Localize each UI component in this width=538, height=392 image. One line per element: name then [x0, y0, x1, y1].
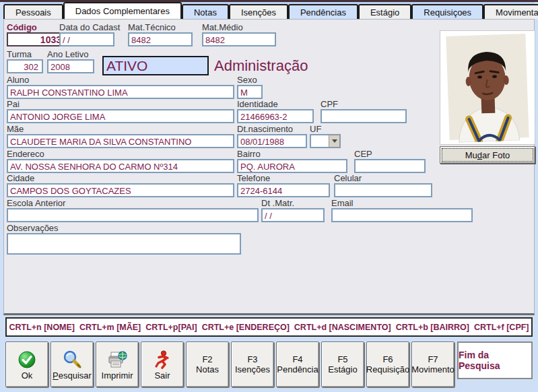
sexo-input[interactable]: M	[237, 85, 263, 99]
mat-medio-field: Mat.Médio 8482	[202, 24, 276, 46]
observacoes-input[interactable]	[7, 233, 241, 255]
pai-field: Pai ANTONIO JORGE LIMA	[7, 100, 234, 123]
turma-input[interactable]: 302	[7, 59, 43, 73]
dt-nascimento-field: Dt.nascimento 08/01/1988	[237, 125, 307, 148]
f7-movimento-button[interactable]: F7 Movimento	[411, 341, 455, 387]
uf-dropdown-button[interactable]	[329, 135, 340, 148]
f6-requisicao-button[interactable]: F6 Requisição	[366, 341, 409, 387]
tab-pessoais[interactable]: Pessoais	[3, 4, 63, 19]
endereco-input[interactable]: AV. NOSSA SENHORA DO CARMO Nº314	[7, 159, 234, 173]
dt-matr-input[interactable]: / /	[261, 208, 325, 222]
endereco-field: Endereco AV. NOSSA SENHORA DO CARMO Nº31…	[7, 150, 234, 173]
tab-estagio[interactable]: Estágio	[358, 4, 411, 19]
bairro-field: Bairro PQ. AURORA	[237, 150, 347, 173]
shortcut-legend: CRTL+n [NOME] CRTL+m [MÃE] CRTL+p[PAI] C…	[5, 317, 533, 337]
pai-input[interactable]: ANTONIO JORGE LIMA	[7, 109, 234, 123]
student-record-window: Pessoais Dados Complementares Notas Isen…	[0, 0, 538, 392]
f5-estagio-button[interactable]: F5 Estágio	[321, 341, 364, 387]
mae-field: Mãe CLAUDETE MARIA DA SILVA CONSTANTINO	[7, 125, 234, 148]
escola-anterior-field: Escola Anterior	[7, 199, 259, 222]
curso-label: Administração	[214, 57, 308, 75]
sair-button[interactable]: Sair	[141, 341, 184, 387]
form-panel: Código 1033 Data do Cadast / / Mat.Técni…	[3, 19, 535, 315]
student-photo	[440, 30, 535, 145]
identidade-input[interactable]: 21466963-2	[237, 109, 314, 123]
search-icon	[63, 349, 81, 370]
ano-letivo-field: Ano Letivo 2008	[47, 51, 94, 73]
student-photo-image	[443, 31, 532, 143]
observacoes-field: Observações	[7, 224, 241, 255]
tab-bar: Pessoais Dados Complementares Notas Isen…	[3, 2, 535, 19]
status-badge: ATIVO	[102, 56, 209, 75]
cidade-input[interactable]: CAMPOS DOS GOYTACAZES	[7, 183, 234, 197]
exit-runner-icon	[154, 349, 171, 370]
codigo-input[interactable]: 1033	[7, 32, 66, 46]
chevron-down-icon	[332, 139, 337, 143]
email-field: Email	[331, 199, 473, 222]
cpf-input[interactable]	[321, 109, 407, 123]
mat-tecnico-field: Mat.Técnico 8482	[128, 24, 193, 46]
tab-requisicoes[interactable]: Requisiçoes	[411, 4, 483, 19]
sexo-field: Sexo M	[237, 76, 263, 99]
tab-dados-complementares[interactable]: Dados Complementares	[63, 2, 182, 19]
bairro-input[interactable]: PQ. AURORA	[237, 159, 347, 173]
pesquisar-button[interactable]: Pesquisar	[51, 341, 94, 387]
f2-notas-button[interactable]: F2 Notas	[186, 341, 229, 387]
aluno-input[interactable]: RALPH CONSTANTINO LIMA	[7, 85, 234, 99]
printer-icon	[107, 349, 127, 370]
cep-field: CEP	[354, 150, 426, 173]
dt-matr-field: Dt .Matr. / /	[261, 199, 325, 222]
mae-input[interactable]: CLAUDETE MARIA DA SILVA CONSTANTINO	[7, 134, 234, 148]
ano-letivo-input[interactable]: 2008	[47, 59, 94, 73]
check-icon	[18, 349, 36, 370]
data-cadast-field: Data do Cadast / /	[59, 24, 114, 46]
change-photo-button[interactable]: Mudar Foto	[440, 146, 535, 164]
telefone-input[interactable]: 2724-6144	[237, 183, 330, 197]
cidade-field: Cidade CAMPOS DOS GOYTACAZES	[7, 174, 234, 197]
celular-input[interactable]	[334, 183, 432, 197]
tab-movimentacao[interactable]: Movimentação	[483, 4, 538, 19]
f3-isencoes-button[interactable]: F3 Isenções	[231, 341, 274, 387]
mat-medio-input[interactable]: 8482	[202, 32, 276, 46]
tab-isencoes[interactable]: Isenções	[229, 4, 288, 19]
aluno-field: Aluno RALPH CONSTANTINO LIMA	[7, 76, 234, 99]
email-input[interactable]	[331, 208, 473, 222]
turma-field: Turma 302	[7, 51, 43, 73]
celular-field: Celular	[334, 174, 432, 197]
ok-button[interactable]: Ok	[5, 341, 48, 387]
mat-tecnico-input[interactable]: 8482	[128, 32, 193, 46]
data-cadast-input[interactable]: / /	[59, 32, 114, 46]
codigo-field: Código 1033	[7, 24, 66, 46]
telefone-field: Telefone 2724-6144	[237, 174, 330, 197]
cep-input[interactable]	[354, 159, 426, 173]
cpf-field: CPF	[321, 100, 407, 123]
fim-da-pesquisa-panel[interactable]: Fim da Pesquisa	[457, 341, 533, 379]
tab-pendencias[interactable]: Pendências	[288, 4, 358, 19]
tab-notas[interactable]: Notas	[182, 4, 229, 19]
toolbar: Ok Pesquisar	[5, 341, 533, 387]
uf-field: UF	[310, 125, 341, 148]
f4-pendencia-button[interactable]: F4 Pendência	[276, 341, 319, 387]
identidade-field: Identidade 21466963-2	[237, 100, 314, 123]
imprimir-button[interactable]: Imprimir	[96, 341, 139, 387]
dt-nascimento-input[interactable]: 08/01/1988	[237, 134, 307, 148]
escola-anterior-input[interactable]	[7, 208, 259, 222]
